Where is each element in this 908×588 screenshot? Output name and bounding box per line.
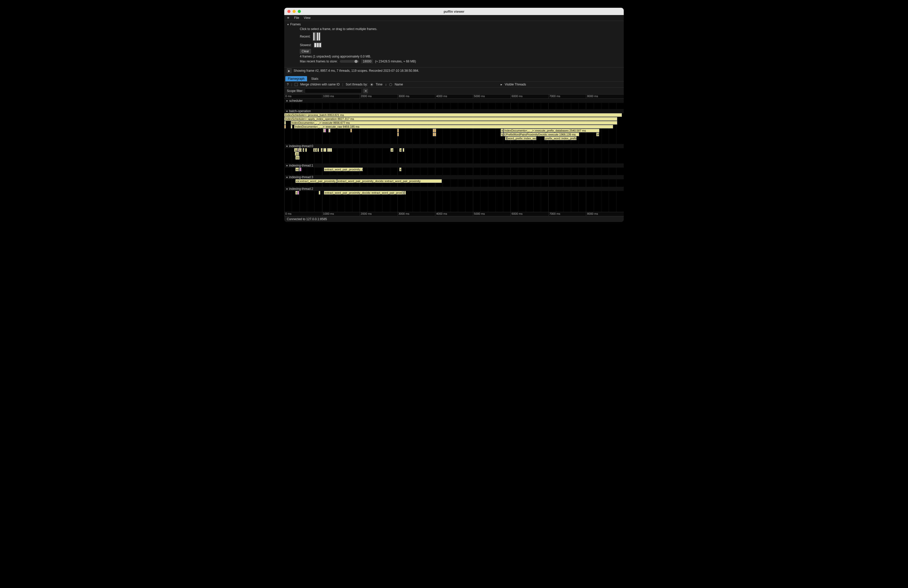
flame-scope[interactable]: IndexDocuments<_, _>::execute 8656.677 m… [291, 121, 617, 125]
flame-scope[interactable] [404, 191, 406, 194]
flame-scope[interactable]: extract_docid_word [295, 156, 299, 159]
flame-scope[interactable]: extract_ [315, 148, 317, 152]
merge-checkbox[interactable] [295, 83, 298, 86]
flame-scope[interactable]: IndexScheduler>::apply_index_operation 8… [284, 117, 617, 121]
flame-scope[interactable] [350, 129, 352, 132]
flame-toolbar: ? | Merge children with same ID | Sort t… [284, 81, 624, 88]
titlebar[interactable]: puffin viewer [284, 8, 624, 15]
sort-name-label: Name [394, 83, 403, 86]
frames-hint: Click to select a frame, or drag to sele… [300, 27, 621, 31]
sort-label: Sort threads by: [346, 83, 368, 86]
recent-frames[interactable] [312, 32, 321, 41]
tab-flamegraph[interactable]: Flamegraph [285, 76, 307, 81]
flame-scope[interactable]: extract_word_pair_proximity_docids::extr… [324, 191, 402, 194]
flame-scope[interactable]: extra [300, 148, 302, 152]
flame-scope[interactable] [284, 125, 286, 129]
statusbar: Connected to 127.0.0.1:8585 [284, 216, 624, 222]
flame-scope[interactable]: prefix_word::index_prefix_wo [544, 137, 576, 140]
thread-indexing-3[interactable]: indexing-thread:3 [284, 175, 624, 179]
max-frames-label: Max recent frames to store: [300, 59, 338, 63]
visible-threads-label[interactable]: Visible Threads [505, 83, 526, 86]
max-frames-value[interactable]: 18000 [361, 59, 373, 63]
flame-scope[interactable] [305, 148, 307, 152]
time-ruler-bottom: 0 ms1000 ms2000 ms3000 ms4000 ms5000 ms6… [284, 212, 624, 216]
flame-scope[interactable]: WordPr [596, 133, 599, 136]
max-frames-approx: (≈ 23428.5 minutes, ≈ 68 MB) [375, 59, 416, 63]
scope-filter-label: Scope filter: [287, 89, 303, 93]
thread-batch-operation[interactable]: batch-operation [284, 109, 624, 113]
recent-label: Recent: [300, 35, 311, 39]
flame-scope[interactable] [300, 168, 301, 171]
flame-scope[interactable] [330, 148, 332, 152]
flame-scope[interactable]: extract_docid_word [295, 179, 299, 183]
sort-arrow-icon[interactable]: ↓ [385, 83, 386, 86]
flame-scope[interactable]: IndexDocuments<_, _>::execute_prefix_dat… [504, 129, 599, 132]
max-frames-slider[interactable] [340, 60, 359, 63]
flame-scope[interactable]: extract_wo [399, 148, 402, 152]
flame-scope[interactable]: PrefixWordPairsProximityDocids::execute … [505, 133, 579, 136]
thread-indexing-2[interactable]: indexing-thread:2 [284, 187, 624, 191]
flame-scope[interactable]: word_prefix::index_word_prefix [507, 137, 537, 140]
thread-scheduler[interactable]: scheduler [284, 99, 624, 103]
menubar: ✳ File View [284, 15, 624, 21]
menu-file[interactable]: File [294, 16, 299, 20]
flame-scope[interactable]: extract::data_from_ob [295, 152, 299, 156]
tab-stats[interactable]: Stats [309, 76, 321, 81]
merge-label: Merge children with same ID [300, 83, 340, 86]
time-ruler-top: 0 ms1000 ms2000 ms3000 ms4000 ms5000 ms6… [284, 95, 624, 99]
slowest-frames[interactable] [314, 42, 322, 48]
clear-filter-button[interactable]: ✕ [363, 88, 368, 93]
flame-scope[interactable] [284, 121, 286, 125]
slowest-label: Slowest: [300, 43, 311, 47]
flame-scope[interactable]: extract [321, 148, 323, 152]
flame-scope[interactable]: extract_doc [295, 191, 298, 194]
flame-scope[interactable] [397, 129, 399, 132]
flame-scope[interactable]: extract_docid_word [295, 168, 299, 171]
flame-scope[interactable]: split_grenad_by_chun [294, 148, 298, 152]
flame-scope[interactable]: index [504, 133, 505, 136]
menu-view[interactable]: View [304, 16, 311, 20]
flame-scope[interactable] [319, 191, 320, 194]
flame-scope[interactable]: extract [313, 148, 315, 152]
flame-scope[interactable]: extrac [303, 148, 304, 152]
flame-scope[interactable]: receive_typed [501, 129, 503, 132]
flame-scope[interactable]: Word [505, 137, 507, 140]
flame-scope[interactable] [317, 148, 319, 152]
flame-scope[interactable]: extract_word_pair_proximity_docid [299, 179, 337, 183]
frames-header[interactable]: Frames [287, 22, 621, 26]
flame-scope[interactable]: IndexDocuments<_, _>::execute_raw 8459.1… [294, 125, 613, 129]
flame-scope[interactable] [397, 133, 399, 136]
play-button[interactable]: ▶ [287, 68, 291, 73]
thread-indexing-0[interactable]: indexing-thread:0 [284, 144, 624, 148]
flame-scope[interactable]: IndexScheduler>::process_batch 8953.821 … [284, 113, 622, 117]
clear-button[interactable]: Clear [300, 49, 311, 54]
scope-filter-input[interactable] [305, 88, 362, 93]
flame-scope[interactable]: extract_word_pair_proximity_docids::extr… [337, 179, 442, 183]
sort-time-radio[interactable] [370, 83, 373, 86]
flame-scope[interactable] [434, 129, 436, 132]
view-tabs: Flamegraph Stats [284, 75, 624, 81]
flame-scope[interactable]: extract_wo [399, 168, 401, 171]
flame-scope[interactable] [324, 129, 326, 132]
help-button[interactable]: ? [287, 83, 289, 86]
flame-scope[interactable] [327, 148, 329, 152]
thread-indexing-1[interactable]: indexing-thread:1 [284, 164, 624, 168]
flame-scope[interactable]: extract_word_pair_proximity_docids::extr… [324, 168, 363, 171]
flame-scope[interactable] [434, 133, 436, 136]
flame-scope[interactable] [403, 148, 404, 152]
flame-scope[interactable]: extract [298, 148, 300, 152]
flame-scope[interactable] [329, 129, 330, 132]
flame-scope[interactable]: extra [402, 191, 404, 194]
flame-scope[interactable]: Trans [291, 125, 292, 129]
sort-name-radio[interactable] [389, 83, 392, 86]
flamegraph-view[interactable]: 0 ms1000 ms2000 ms3000 ms4000 ms5000 ms6… [284, 94, 624, 216]
flame-scope[interactable]: typed_chunk::w [501, 133, 503, 136]
frames-summary: 4 frames (1 unpacked) using approximatel… [300, 55, 621, 58]
flame-scope[interactable] [325, 148, 326, 152]
frames-panel: Frames Click to select a frame, or drag … [284, 21, 624, 66]
menu-theme[interactable]: ✳ [287, 16, 290, 20]
flame-scope[interactable] [298, 191, 299, 194]
flame-scope[interactable]: extract_word [391, 148, 393, 152]
chevron-right-icon[interactable]: ▸ [501, 83, 502, 86]
sort-time-label: Time [376, 83, 383, 86]
